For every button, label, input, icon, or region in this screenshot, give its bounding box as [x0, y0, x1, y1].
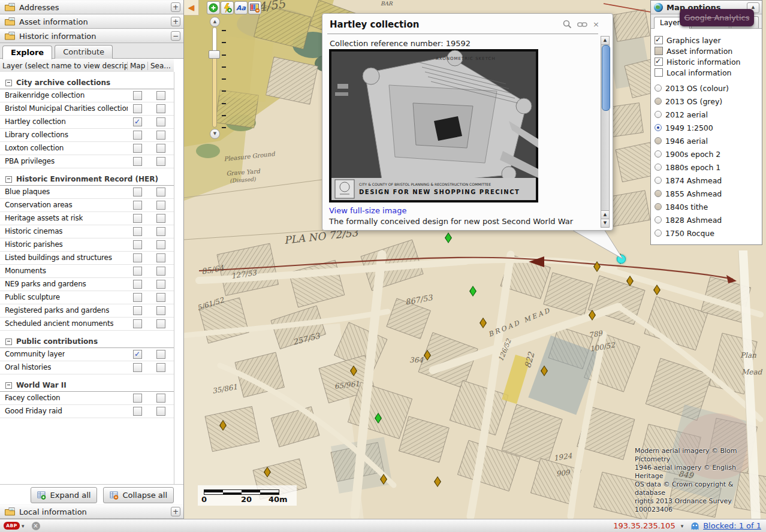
search-checkbox[interactable]: ✓: [156, 214, 165, 223]
search-checkbox[interactable]: ✓: [156, 280, 165, 289]
layer-name-link[interactable]: Oral histories: [5, 363, 51, 371]
map-checkbox[interactable]: ✓: [133, 394, 142, 403]
base-layer-radio[interactable]: [655, 150, 662, 158]
layer-name-link[interactable]: Scheduled ancient monuments: [5, 319, 113, 328]
accordion-toggle-button[interactable]: −: [171, 31, 180, 41]
layer-name-link[interactable]: Community layer: [5, 350, 65, 358]
layer-name-link[interactable]: Library collections: [5, 131, 68, 139]
layer-name-link[interactable]: Loxton collection: [5, 144, 64, 152]
sidebar-collapse-button[interactable]: ◀: [184, 0, 199, 16]
base-layer-radio[interactable]: [655, 111, 662, 118]
search-checkbox[interactable]: ✓: [156, 253, 165, 262]
search-checkbox[interactable]: ✓: [156, 407, 165, 416]
map-checkbox[interactable]: ✓: [133, 144, 142, 153]
base-layer-option[interactable]: 1949 1:2500: [655, 121, 762, 134]
map-checkbox[interactable]: ✓: [133, 350, 142, 359]
sidebar-tab[interactable]: Explore: [2, 46, 52, 59]
adblock-menu-caret-icon[interactable]: ▾: [22, 523, 25, 529]
zoom-in-button[interactable]: ▲: [210, 17, 220, 27]
layer-name-link[interactable]: Facey collection: [5, 394, 60, 402]
collapse-all-button[interactable]: Collapse all: [103, 487, 174, 503]
layer-name-link[interactable]: Registered parks and gardens: [5, 306, 109, 315]
search-checkbox[interactable]: ✓: [156, 394, 165, 403]
accordion-toggle-button[interactable]: +: [171, 507, 180, 516]
blocked-count-link[interactable]: Blocked: 1 of 1: [703, 521, 761, 530]
scroll-up-button[interactable]: ▲: [601, 37, 609, 45]
base-layer-option[interactable]: 1880s epoch 1: [655, 161, 762, 174]
base-layer-option[interactable]: 2012 aerial: [655, 108, 762, 121]
map-checkbox[interactable]: ✓: [133, 253, 142, 262]
layer-name-link[interactable]: Historic cinemas: [5, 227, 62, 235]
map-checkbox[interactable]: ✓: [133, 267, 142, 276]
layer-name-link[interactable]: NE9 parks and gardens: [5, 280, 86, 288]
search-checkbox[interactable]: ✓: [156, 117, 165, 126]
search-checkbox[interactable]: ✓: [156, 306, 165, 315]
map-checkbox[interactable]: ✓: [133, 131, 142, 140]
base-layer-option[interactable]: 1855 Ashmead: [655, 187, 762, 200]
map-checkbox[interactable]: ✓: [133, 104, 142, 113]
layer-name-link[interactable]: Public sculpture: [5, 293, 60, 301]
overlay-layer-option[interactable]: ✓ Asset information: [655, 46, 762, 56]
popup-scrollbar[interactable]: ▲ ▲ ▼: [601, 36, 610, 228]
disable-icon[interactable]: ×: [32, 522, 40, 530]
base-layer-option[interactable]: 1874 Ashmead: [655, 174, 762, 187]
search-checkbox[interactable]: ✓: [156, 201, 165, 210]
zoom-thumb[interactable]: [209, 50, 220, 59]
search-checkbox[interactable]: ✓: [156, 350, 165, 359]
base-layer-option[interactable]: 2013 OS (colour): [655, 81, 762, 95]
layer-name-link[interactable]: Good Friday raid: [5, 407, 62, 415]
accordion-header-local[interactable]: Local information +: [0, 504, 183, 519]
remove-layer-button[interactable]: [248, 1, 261, 14]
zoom-track[interactable]: [212, 27, 217, 128]
layer-name-link[interactable]: Braikenridge collection: [5, 91, 85, 99]
map-checkbox[interactable]: ✓: [133, 91, 142, 100]
scroll-down-button[interactable]: ▼: [601, 219, 609, 227]
layer-name-link[interactable]: Historic parishes: [5, 240, 63, 249]
view-full-size-link[interactable]: View full-size image: [329, 206, 407, 215]
map-checkbox[interactable]: ✓: [133, 319, 142, 328]
base-layer-radio[interactable]: [655, 229, 662, 237]
map-checkbox[interactable]: ✓: [133, 306, 142, 315]
layer-group-header[interactable]: Public contributions: [0, 335, 174, 348]
layer-name-link[interactable]: PBA privileges: [5, 157, 55, 165]
map-checkbox[interactable]: ✓: [133, 363, 142, 372]
base-layer-radio[interactable]: [655, 190, 662, 197]
base-layer-radio[interactable]: [655, 203, 662, 210]
layer-checkbox[interactable]: ✓: [655, 68, 663, 77]
accordion-toggle-button[interactable]: +: [171, 17, 180, 26]
map-checkbox[interactable]: ✓: [133, 188, 142, 197]
accordion-header[interactable]: Asset information +: [0, 14, 183, 29]
search-checkbox[interactable]: ✓: [156, 104, 165, 113]
overlay-layer-option[interactable]: ✓ Historic information: [655, 56, 762, 67]
layer-name-link[interactable]: Listed buildings and structures: [5, 253, 112, 262]
map-checkbox[interactable]: ✓: [133, 240, 142, 249]
overlay-layer-option[interactable]: ✓ Local information: [655, 67, 762, 78]
layer-group-header[interactable]: Historic Environment Record (HER): [0, 173, 174, 186]
layer-name-link[interactable]: Monuments: [5, 267, 46, 275]
overlay-layer-option[interactable]: ✓ Graphics layer: [655, 35, 762, 46]
layer-name-link[interactable]: Hartley collection: [5, 117, 66, 126]
layer-group-header[interactable]: City archive collections: [0, 77, 174, 89]
search-checkbox[interactable]: ✓: [156, 144, 165, 153]
accordion-header[interactable]: Historic information −: [0, 29, 183, 43]
sidebar-tab[interactable]: Contribute: [55, 45, 113, 59]
map-checkbox[interactable]: ✓: [133, 293, 142, 302]
accordion-header[interactable]: Addresses +: [0, 0, 183, 14]
search-checkbox[interactable]: ✓: [156, 267, 165, 276]
base-layer-radio[interactable]: [655, 84, 662, 92]
search-checkbox[interactable]: ✓: [156, 363, 165, 372]
base-layer-option[interactable]: 1750 Rocque: [655, 226, 762, 240]
base-layer-option[interactable]: 1946 aerial: [655, 134, 762, 147]
search-checkbox[interactable]: ✓: [156, 319, 165, 328]
layer-group-header[interactable]: World War II: [0, 379, 174, 392]
adblock-icon[interactable]: ABP: [4, 522, 20, 530]
map-checkbox[interactable]: ✓: [133, 117, 142, 126]
base-layer-option[interactable]: 1900s epoch 2: [655, 147, 762, 161]
search-checkbox[interactable]: ✓: [156, 240, 165, 249]
add-feature-button[interactable]: [207, 1, 220, 14]
zoom-out-button[interactable]: ▼: [210, 129, 220, 139]
magnify-icon[interactable]: [563, 20, 572, 29]
base-layer-radio[interactable]: [655, 177, 662, 184]
base-layer-radio[interactable]: [655, 164, 662, 171]
expand-all-button[interactable]: Expand all: [31, 487, 97, 503]
